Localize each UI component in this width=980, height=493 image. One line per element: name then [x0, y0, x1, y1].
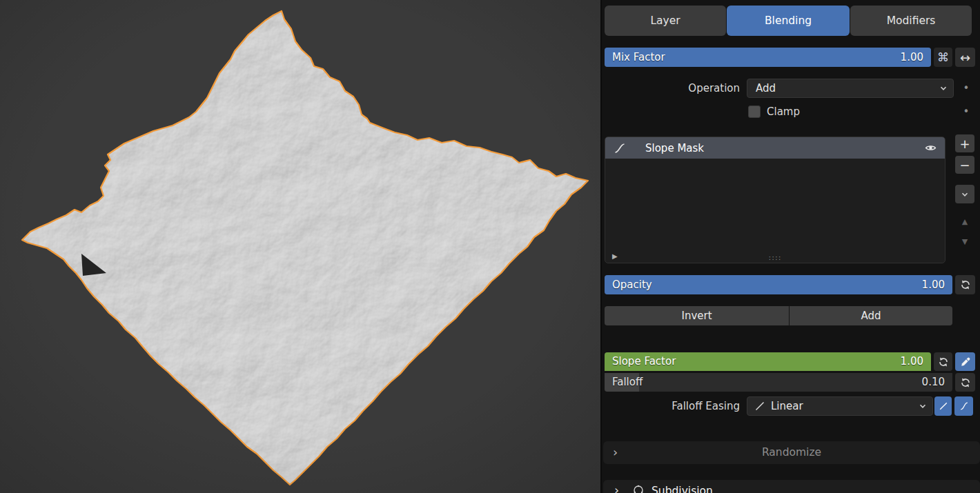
clamp-decorator-dot[interactable]: •: [961, 103, 972, 120]
viewport-3d[interactable]: [0, 0, 600, 493]
falloff-easing-label: Falloff Easing: [605, 396, 740, 416]
falloff-value: 0.10: [922, 373, 945, 392]
ease-out-toggle[interactable]: [954, 396, 973, 416]
falloff-easing-select[interactable]: Linear: [747, 396, 933, 416]
mask-specials-menu-button[interactable]: [955, 185, 974, 203]
move-mask-up-button[interactable]: ▲: [955, 214, 974, 230]
operation-select[interactable]: Add: [747, 79, 954, 98]
add-button[interactable]: Add: [790, 306, 952, 325]
chevron-down-icon: [939, 83, 948, 93]
extend-decorator-button[interactable]: ↔: [955, 48, 975, 67]
randomize-panel-label: Randomize: [603, 441, 980, 464]
subdivision-panel-label: Subdivision: [651, 480, 713, 493]
opacity-cycle-button[interactable]: [955, 275, 975, 294]
refresh-icon: [960, 377, 971, 388]
clamp-checkbox[interactable]: [748, 105, 761, 118]
slope-factor-slider[interactable]: Slope Factor 1.00: [605, 352, 931, 371]
eyedropper-icon: [960, 356, 971, 368]
move-mask-down-button[interactable]: ▼: [955, 234, 974, 250]
opacity-fill: [605, 275, 952, 294]
slope-factor-value: 1.00: [901, 352, 923, 371]
plus-icon: +: [959, 137, 970, 151]
opacity-value: 1.00: [922, 275, 945, 294]
falloff-easing-value: Linear: [771, 400, 918, 412]
list-item-slope-mask[interactable]: Slope Mask: [605, 137, 945, 159]
mix-factor-label: Mix Factor: [612, 48, 665, 67]
triangle-down-icon: ▼: [962, 237, 968, 246]
clamp-label: Clamp: [767, 103, 800, 120]
opacity-label: Opacity: [612, 275, 652, 294]
list-item-label: Slope Mask: [645, 142, 925, 154]
invert-button[interactable]: Invert: [605, 306, 789, 325]
list-resize-grip[interactable]: ::::: [605, 253, 945, 262]
randomize-panel-header[interactable]: › Randomize: [603, 441, 980, 464]
subdivision-icon: [632, 484, 645, 493]
tab-blending[interactable]: Blending: [727, 6, 850, 36]
viewport-canvas: [0, 0, 600, 493]
falloff-slider[interactable]: Falloff 0.10: [605, 373, 952, 392]
mask-list[interactable]: Slope Mask ▶ ::::: [605, 137, 945, 263]
ease-curve-icon: [939, 401, 948, 411]
curve-icon: [614, 142, 626, 154]
tab-layer[interactable]: Layer: [605, 6, 726, 36]
command-icon: ⌘: [937, 50, 949, 64]
add-mask-button[interactable]: +: [955, 134, 974, 152]
slope-factor-label: Slope Factor: [612, 352, 676, 371]
refresh-icon: [960, 279, 971, 290]
mix-factor-value: 1.00: [901, 48, 923, 67]
slope-eyedropper-button[interactable]: [955, 352, 975, 371]
opacity-slider[interactable]: Opacity 1.00: [605, 275, 952, 294]
app-root: Layer Blending Modifiers Mix Factor 1.00…: [0, 0, 980, 493]
mix-factor-slider[interactable]: Mix Factor 1.00: [605, 48, 931, 67]
subdivision-panel-header[interactable]: › Subdivision: [603, 480, 980, 493]
minus-icon: −: [959, 158, 970, 172]
tab-modifiers[interactable]: Modifiers: [850, 6, 972, 36]
chevron-down-icon: [918, 401, 928, 411]
falloff-label: Falloff: [612, 373, 643, 392]
viewport-vignette: [0, 0, 600, 493]
ease-in-toggle[interactable]: [934, 396, 952, 416]
extend-icon: ↔: [960, 50, 970, 65]
linear-curve-icon: [754, 401, 765, 412]
slope-cycle-button[interactable]: [934, 352, 952, 371]
eye-icon[interactable]: [925, 142, 937, 154]
triangle-up-icon: ▲: [962, 217, 968, 226]
chevron-right-icon: ›: [614, 484, 619, 493]
refresh-icon: [938, 356, 949, 368]
ease-curve-icon: [959, 401, 969, 411]
remove-mask-button[interactable]: −: [955, 156, 974, 174]
chevron-down-icon: [960, 190, 970, 199]
operation-decorator-dot[interactable]: •: [961, 79, 972, 98]
animate-property-button[interactable]: ⌘: [934, 48, 952, 67]
falloff-cycle-button[interactable]: [955, 373, 975, 392]
operation-label: Operation: [605, 79, 740, 98]
properties-panel: Layer Blending Modifiers Mix Factor 1.00…: [600, 0, 980, 493]
operation-value: Add: [756, 82, 939, 94]
